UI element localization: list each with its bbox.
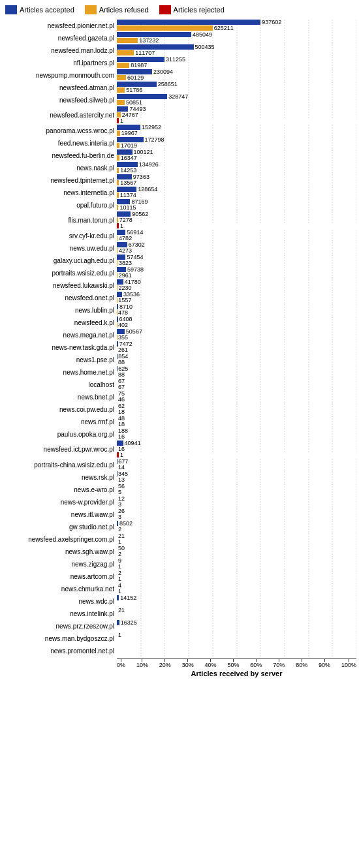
bar-section: 85488	[117, 354, 356, 365]
accepted-bar-row: 26	[117, 508, 356, 514]
axis-label: Articles received by server	[117, 670, 356, 677]
server-label: localhost	[3, 381, 117, 388]
server-label: newsfeed.tpinternet.pl	[3, 177, 117, 184]
server-label: newsfeed.axelspringer.com.pl	[3, 536, 117, 543]
bars: 85488	[117, 354, 356, 365]
table-row: newsfeed.k.pl6408402	[3, 317, 356, 328]
rejected-bar	[117, 223, 119, 228]
bars: 18816	[117, 428, 356, 440]
server-label: news.mega.net.pl	[3, 332, 117, 339]
refused-bar	[117, 143, 119, 148]
axis-tick: 10%	[136, 659, 148, 668]
bars: 6767	[117, 379, 356, 390]
refused-bar	[117, 180, 119, 185]
table-row: news.itl.waw.pl263	[3, 508, 356, 520]
refused-bar	[117, 87, 125, 93]
server-label: newsfeed.man.lodz.pl	[3, 47, 117, 54]
bars: 13492614253	[117, 162, 356, 174]
accepted-value: 311255	[166, 56, 185, 63]
tick-label: 10%	[136, 662, 148, 668]
refused-value: 67	[118, 384, 125, 390]
table-row: news.e-wro.pl565	[3, 484, 356, 495]
accepted-value: 134926	[139, 161, 159, 168]
bars: 6408402	[117, 317, 356, 328]
tick-label: 30%	[182, 662, 194, 668]
refused-bar-row: 1	[117, 589, 356, 594]
accepted-bar-row: 188	[117, 428, 356, 433]
accepted-bar	[117, 137, 144, 142]
legend-label-refused: Articles refused	[99, 6, 149, 14]
refused-value: 3	[118, 514, 121, 520]
bars: 574543823	[117, 255, 356, 266]
bar-section: 7472261	[117, 341, 356, 353]
accepted-bar	[117, 317, 118, 322]
accepted-bar-row: 16325	[117, 620, 356, 625]
accepted-bar-row: 230094	[117, 69, 356, 74]
refused-bar-row: 46	[117, 397, 356, 402]
table-row: opal.futuro.pl8716910115	[3, 199, 356, 211]
bar-section: 62588	[117, 366, 356, 378]
bar-section: 4818	[117, 416, 356, 427]
table-row: panorama.wcss.wroc.pl15295219967	[3, 125, 356, 136]
refused-value: 137232	[139, 37, 159, 44]
refused-value: 14	[118, 464, 125, 471]
bars: 14152	[117, 595, 356, 607]
refused-bar	[117, 193, 119, 198]
bars: 67714	[117, 459, 356, 471]
bar-section: 6218	[117, 403, 356, 415]
server-label: newsfeed.atman.pl	[3, 84, 117, 91]
refused-value: 19967	[121, 130, 138, 136]
bars: 569144782	[117, 230, 356, 241]
table-row: news.nask.pl13492614253	[3, 162, 356, 174]
refused-value: 50851	[126, 99, 142, 106]
table-row: news.internetia.pl12865411374	[3, 187, 356, 198]
accepted-bar-row: 2	[117, 570, 356, 576]
refused-bar-row: 10115	[117, 205, 356, 210]
refused-bar	[117, 112, 121, 117]
table-row: news.zigzag.pl91	[3, 558, 356, 570]
refused-bar-row: 4273	[117, 248, 356, 253]
accepted-bar	[117, 44, 194, 50]
bars: 502	[117, 546, 356, 557]
refused-value: 2	[118, 551, 121, 557]
table-row: galaxy.uci.agh.edu.pl574543823	[3, 255, 356, 266]
accepted-value: 50567	[126, 328, 142, 335]
bar-section: 50567355	[117, 329, 356, 341]
accepted-bar	[117, 267, 126, 272]
accepted-bar	[117, 304, 118, 309]
bars: 32874750851	[117, 94, 356, 106]
tick-label: 0%	[117, 662, 125, 668]
server-label: news.zigzag.pl	[3, 561, 117, 568]
table-row: news.promontel.net.pl	[3, 645, 356, 657]
refused-value: 2961	[119, 272, 132, 279]
accepted-bar-row: 21	[117, 533, 356, 538]
bars: 9056272781	[117, 211, 356, 229]
accepted-bar-row: 67	[117, 379, 356, 384]
bar-section: 673024273	[117, 242, 356, 254]
server-label: srv.cyf-kr.edu.pl	[3, 232, 117, 240]
refused-bar-row: 88	[117, 372, 356, 377]
bar-section: 25865151786	[117, 82, 356, 93]
accepted-bar-row: 59738	[117, 267, 356, 272]
bar-section: 7546	[117, 391, 356, 403]
accepted-bar	[117, 174, 132, 179]
table-row: newsfeed.man.lodz.pl500435111707	[3, 44, 356, 56]
accepted-value: 230094	[153, 69, 173, 75]
rejected-bar-row: 1	[117, 452, 356, 457]
axis-tick: 20%	[159, 659, 171, 668]
chart-container: Articles accepted Articles refused Artic…	[0, 0, 359, 697]
bar-section: 263	[117, 508, 356, 520]
table-row: news.chmurka.net41	[3, 583, 356, 595]
refused-value: 60129	[127, 74, 144, 81]
server-label: news.wdc.pl	[3, 598, 117, 605]
server-label: nfl.ipartners.pl	[3, 59, 117, 67]
refused-bar-row: 67	[117, 384, 356, 390]
bar-section: 91	[117, 558, 356, 570]
server-label: news.sgh.waw.pl	[3, 548, 117, 555]
accepted-bar	[117, 82, 157, 87]
accepted-bar-row: 41780	[117, 279, 356, 285]
accepted-bar-row: 4	[117, 583, 356, 588]
accepted-bar-row: 56	[117, 484, 356, 489]
refused-value: 1	[118, 576, 121, 582]
bars: 16325	[117, 620, 356, 632]
